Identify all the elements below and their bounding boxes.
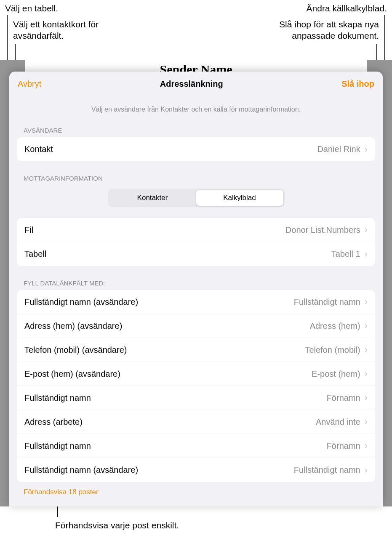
field-mapping-row[interactable]: Fullständigt namnFörnamn›: [17, 386, 375, 410]
field-mapping-row[interactable]: Adress (hem) (avsändare)Adress (hem)›: [17, 314, 375, 338]
callout-select-table: Välj en tabell.: [5, 3, 58, 14]
row-label: Tabell: [24, 249, 331, 259]
segment-contacts[interactable]: Kontakter: [109, 190, 196, 206]
callout-text: avsändarfält.: [13, 31, 64, 40]
row-label: Fullständigt namn: [24, 393, 327, 403]
cancel-button[interactable]: Avbryt: [18, 79, 41, 89]
row-value: Fullständigt namn: [294, 465, 360, 475]
fields-group: Fullständigt namn (avsändare)Fullständig…: [17, 290, 375, 482]
chevron-right-icon: ›: [365, 321, 368, 330]
chevron-right-icon: ›: [365, 345, 368, 354]
callout-text: Välj ett kontaktkort för: [13, 19, 99, 29]
sender-group: Kontakt Daniel Rink ›: [17, 137, 375, 161]
callout-change-source: Ändra källkalkylblad.: [307, 3, 387, 14]
field-mapping-row[interactable]: Telefon (mobil) (avsändare)Telefon (mobi…: [17, 338, 375, 362]
field-mapping-row[interactable]: Fullständigt namn (avsändare)Fullständig…: [17, 290, 375, 314]
source-segmented-control: Kontakter Kalkylblad: [108, 189, 285, 207]
table-row[interactable]: Tabell Tabell 1 ›: [17, 242, 375, 266]
row-value: Tabell 1: [331, 249, 360, 259]
field-mapping-row[interactable]: Fullständigt namn (avsändare)Fullständig…: [17, 458, 375, 482]
source-group: Fil Donor List.Numbers › Tabell Tabell 1…: [17, 218, 375, 266]
callout-text: Slå ihop för att skapa nya: [279, 19, 379, 29]
row-value: Daniel Rink: [317, 144, 360, 154]
row-value: Fullständigt namn: [294, 297, 360, 307]
row-label: Kontakt: [24, 144, 317, 154]
row-value: Förnamn: [327, 393, 360, 403]
callout-sender-card: Välj ett kontaktkort för avsändarfält.: [13, 19, 99, 42]
row-value: Använd inte: [316, 417, 360, 427]
row-label: E-post (hem) (avsändare): [24, 369, 312, 379]
chevron-right-icon: ›: [365, 417, 368, 426]
callout-preview: Förhandsvisa varje post enskilt.: [55, 520, 179, 531]
field-mapping-row[interactable]: E-post (hem) (avsändare)E-post (hem)›: [17, 362, 375, 386]
row-value: Adress (hem): [310, 321, 360, 331]
row-label: Telefon (mobil) (avsändare): [24, 345, 305, 355]
chevron-right-icon: ›: [365, 145, 368, 154]
row-label: Adress (arbete): [24, 417, 316, 427]
sheet-title: Adresslänkning: [160, 79, 223, 89]
field-mapping-row[interactable]: Adress (arbete)Använd inte›: [17, 410, 375, 434]
row-label: Fullständigt namn (avsändare): [24, 465, 294, 475]
sheet-subtitle: Välj en avsändare från Kontakter och en …: [9, 95, 383, 117]
callout-merge: Slå ihop för att skapa nya anpassade dok…: [279, 19, 379, 42]
sheet-header: Avbryt Adresslänkning Slå ihop: [9, 72, 383, 95]
field-mapping-row[interactable]: Fullständigt namnFörnamn›: [17, 434, 375, 458]
chevron-right-icon: ›: [365, 225, 368, 235]
preview-records-link[interactable]: Förhandsvisa 18 poster: [9, 482, 383, 502]
row-value: Donor List.Numbers: [285, 225, 360, 235]
mail-merge-sheet: Avbryt Adresslänkning Slå ihop Välj en a…: [9, 72, 383, 506]
callout-text: anpassade dokument.: [292, 31, 379, 40]
row-label: Fullständigt namn: [24, 441, 327, 451]
row-label: Adress (hem) (avsändare): [24, 321, 310, 331]
chevron-right-icon: ›: [365, 250, 368, 259]
chevron-right-icon: ›: [365, 393, 368, 402]
row-label: Fil: [24, 225, 285, 235]
section-header-recipient: Mottagarinformation: [9, 161, 383, 185]
merge-button[interactable]: Slå ihop: [341, 79, 374, 89]
segment-spreadsheet[interactable]: Kalkylblad: [196, 190, 283, 206]
row-label: Fullständigt namn (avsändare): [24, 297, 294, 307]
file-row[interactable]: Fil Donor List.Numbers ›: [17, 218, 375, 242]
row-value: Förnamn: [327, 441, 360, 451]
row-value: Telefon (mobil): [305, 345, 360, 355]
row-value: E-post (hem): [312, 369, 360, 379]
segmented-control-wrap: Kontakter Kalkylblad: [9, 185, 383, 218]
section-header-sender: Avsändare: [9, 117, 383, 137]
chevron-right-icon: ›: [365, 297, 368, 306]
contact-row[interactable]: Kontakt Daniel Rink ›: [17, 137, 375, 161]
chevron-right-icon: ›: [365, 369, 368, 378]
chevron-right-icon: ›: [365, 466, 368, 475]
chevron-right-icon: ›: [365, 441, 368, 450]
section-header-populate: Fyll datalänkfält med:: [9, 266, 383, 290]
